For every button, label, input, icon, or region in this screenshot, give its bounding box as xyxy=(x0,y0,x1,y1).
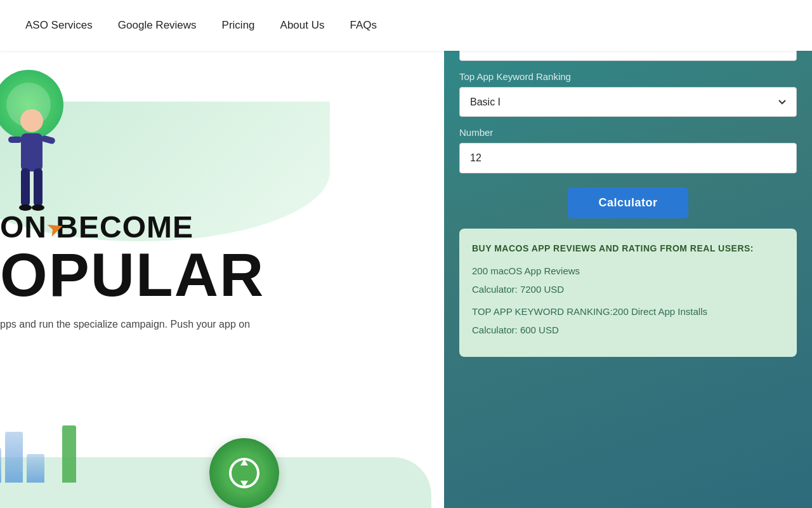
result-box: BUY MACOS APP REVIEWS AND RATING FROM RE… xyxy=(459,229,797,357)
hero-sub: pps and run the specialize campaign. Pus… xyxy=(0,317,265,332)
hero-line2: OPULAR xyxy=(0,244,265,305)
bar-2 xyxy=(5,432,23,483)
keyword-label: Top App Keyword Ranking xyxy=(459,71,797,82)
calculator-panel: MacOs app reviews and rating from real u… xyxy=(444,0,812,508)
number-label: Number xyxy=(459,127,797,138)
svg-point-6 xyxy=(19,204,32,211)
nav-item-pricing[interactable]: Pricing xyxy=(222,19,255,32)
svg-rect-4 xyxy=(8,137,22,143)
svg-rect-3 xyxy=(34,168,43,206)
nav-item-about[interactable]: About Us xyxy=(280,19,325,32)
svg-rect-5 xyxy=(41,135,56,144)
result-line-2: Calculator: 7200 USD xyxy=(472,283,784,296)
green-deco-bar xyxy=(62,425,76,483)
nav-items: ASO Services Google Reviews Pricing Abou… xyxy=(25,19,377,32)
result-line-1: 200 macOS App Reviews xyxy=(472,264,784,277)
bar-1 xyxy=(0,448,1,483)
svg-point-7 xyxy=(32,204,44,211)
nav-item-aso[interactable]: ASO Services xyxy=(25,19,93,32)
keyword-section: Top App Keyword Ranking Basic I Basic II… xyxy=(459,71,797,117)
result-line-4: Calculator: 600 USD xyxy=(472,323,784,337)
result-line-3: TOP APP KEYWORD RANKING:200 Direct App I… xyxy=(472,305,784,318)
result-calc-value-2b: 600 USD xyxy=(520,324,559,335)
bar-decorations xyxy=(0,432,44,483)
result-calc-label-1: Calculator: xyxy=(472,284,518,295)
nav-item-google[interactable]: Google Reviews xyxy=(118,19,197,32)
bar-3 xyxy=(27,454,44,483)
result-title: BUY MACOS APP REVIEWS AND RATING FROM RE… xyxy=(472,243,784,255)
result-calc-label-2: Calculator: xyxy=(472,324,518,335)
calculator-button[interactable]: Calculator xyxy=(568,187,688,218)
number-input[interactable] xyxy=(459,143,797,173)
svg-rect-1 xyxy=(21,133,43,171)
navbar: ASO Services Google Reviews Pricing Abou… xyxy=(0,0,812,51)
svg-point-0 xyxy=(20,109,43,132)
result-calc-value-1b: 7200 USD xyxy=(520,284,564,295)
nav-item-faqs[interactable]: FAQs xyxy=(350,19,377,32)
app-icon-area xyxy=(209,438,279,508)
svg-rect-2 xyxy=(21,168,30,206)
left-content: ➤ ON BECOME OPULAR pps and run the speci… xyxy=(0,51,431,508)
number-section: Number xyxy=(459,127,797,173)
keyword-select[interactable]: Basic I Basic II Advance I Advance II Pr… xyxy=(459,87,797,117)
app-icon-circle xyxy=(209,438,279,508)
